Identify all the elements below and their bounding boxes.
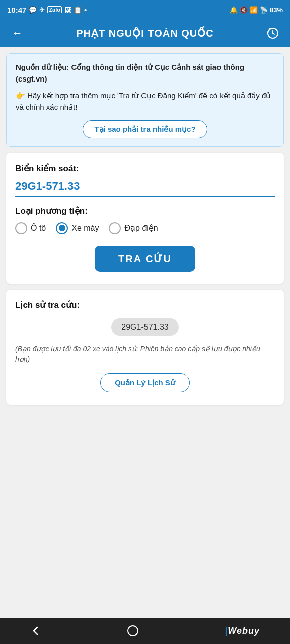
radio-dapdien[interactable]: Đạp điện xyxy=(109,222,158,234)
history-icon xyxy=(267,27,279,39)
radio-xemay-outer xyxy=(56,222,68,234)
photo-icon: 🖼 xyxy=(64,6,71,14)
why-multiple-button[interactable]: Tại sao phải tra nhiều mục? xyxy=(83,120,207,138)
plate-input[interactable] xyxy=(15,178,275,197)
status-bar: 10:47 💬 ✈ Zalo 🖼 📋 • 🔔 🔇 📶 📡 83% xyxy=(0,0,290,19)
alarm-icon: 🔔 xyxy=(230,6,238,14)
history-note: (Bạn được lưu tối đa 02 xe vào lịch sử. … xyxy=(15,344,275,365)
info-card: Nguồn dữ liệu: Cổng thông tin điện tử Cụ… xyxy=(6,53,284,147)
page-title: PHẠT NGUỘI TOÀN QUỐC xyxy=(26,27,264,39)
status-time: 10:47 💬 ✈ Zalo 🖼 📋 • xyxy=(7,6,87,14)
nav-bar: ← PHẠT NGUỘI TOÀN QUỐC xyxy=(0,19,290,47)
main-content: Nguồn dữ liệu: Cổng thông tin điện tử Cụ… xyxy=(0,47,290,612)
nav-home-button[interactable] xyxy=(127,625,139,637)
radio-xemay-label: Xe máy xyxy=(71,224,99,233)
signal-icon: 📡 xyxy=(260,6,268,14)
zalo-icon: Zalo xyxy=(47,6,62,13)
vehicle-type-radio-group: Ô tô Xe máy Đạp điện xyxy=(15,222,275,234)
hint-text: 👉 Hãy kết hợp tra thêm mục 'Tra từ Cục Đ… xyxy=(16,90,274,113)
search-card: Biển kiểm soát: Loại phương tiện: Ô tô X… xyxy=(6,153,284,284)
plate-label: Biển kiểm soát: xyxy=(15,163,275,174)
radio-dapdien-label: Đạp điện xyxy=(124,223,158,233)
radio-xemay[interactable]: Xe máy xyxy=(56,222,99,234)
radio-oto[interactable]: Ô tô xyxy=(15,222,46,234)
status-icons: 🔔 🔇 📶 📡 83% xyxy=(230,6,283,14)
bottom-nav: |Webuy xyxy=(0,618,290,644)
manage-history-button[interactable]: Quản Lý Lịch Sử xyxy=(100,373,190,392)
messenger-icon: 💬 xyxy=(29,6,37,14)
svg-point-1 xyxy=(128,626,138,636)
radio-xemay-inner xyxy=(59,225,65,231)
webuy-branding: |Webuy xyxy=(225,626,260,636)
history-card: Lịch sử tra cứu: 29G1-571.33 (Bạn được l… xyxy=(6,290,284,405)
radio-oto-outer xyxy=(15,222,27,234)
telegram-icon: ✈ xyxy=(39,6,45,14)
back-button[interactable]: ← xyxy=(8,27,26,40)
mute-icon: 🔇 xyxy=(240,6,248,14)
nav-back-button[interactable] xyxy=(30,625,41,636)
source-text: Nguồn dữ liệu: Cổng thông tin điện tử Cụ… xyxy=(16,62,274,85)
radio-oto-label: Ô tô xyxy=(31,224,46,233)
history-label: Lịch sử tra cứu: xyxy=(15,300,275,310)
search-button[interactable]: TRA CỨU xyxy=(95,246,195,272)
notification-icon: 📋 xyxy=(74,6,82,14)
dot-indicator: • xyxy=(84,6,87,14)
wifi-icon: 📶 xyxy=(250,6,258,14)
battery-display: 83% xyxy=(270,6,283,14)
time-display: 10:47 xyxy=(7,6,26,14)
history-chips: 29G1-571.33 xyxy=(15,318,275,336)
radio-dapdien-outer xyxy=(109,222,121,234)
vehicle-type-label: Loại phương tiện: xyxy=(15,206,275,216)
history-chip-1[interactable]: 29G1-571.33 xyxy=(111,318,178,336)
history-button[interactable] xyxy=(264,27,282,39)
